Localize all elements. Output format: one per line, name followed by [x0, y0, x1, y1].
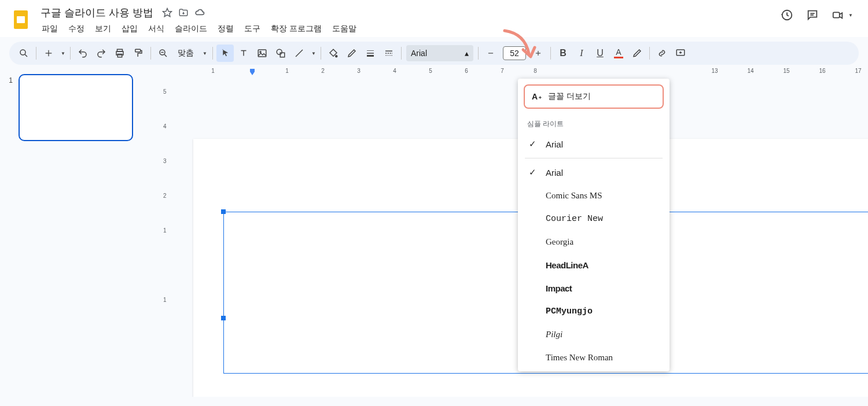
font-option-label: Pilgi: [546, 330, 562, 339]
menu-insert[interactable]: 삽입: [117, 21, 142, 36]
history-icon[interactable]: [780, 8, 794, 22]
select-tool-icon[interactable]: [216, 45, 234, 62]
border-color-icon[interactable]: [343, 45, 361, 62]
menu-file[interactable]: 파일: [37, 21, 62, 36]
menu-view[interactable]: 보기: [90, 21, 116, 36]
font-section-label: 심플 라이트: [518, 115, 670, 132]
line-icon[interactable]: [290, 45, 308, 62]
font-option-arial[interactable]: ✓Arial: [518, 161, 670, 184]
video-call-icon[interactable]: [831, 8, 845, 22]
menu-edit[interactable]: 수정: [64, 21, 89, 36]
resize-handle-top-left[interactable]: [221, 209, 226, 214]
main: 1 1 1 2 3 4 5 6 7 8 13 14 15 16 17 5: [0, 65, 868, 397]
menu-arrange[interactable]: 정렬: [213, 21, 238, 36]
font-option-pilgi[interactable]: Pilgi: [518, 323, 670, 346]
font-select[interactable]: Arial ▴: [406, 45, 473, 61]
slide-thumbnail-1[interactable]: 1: [6, 74, 150, 141]
shape-icon[interactable]: [272, 45, 289, 62]
slides-logo[interactable]: [9, 8, 32, 31]
menu-format[interactable]: 서식: [144, 21, 169, 36]
canvas-area[interactable]: 1 1 2 3 4 5 6 7 8 13 14 15 16 17 5 4 3 2…: [156, 65, 868, 397]
svg-rect-18: [258, 50, 266, 57]
cloud-status-icon[interactable]: [194, 7, 205, 19]
undo-icon[interactable]: [74, 45, 91, 62]
svg-line-22: [296, 50, 303, 57]
print-icon[interactable]: [111, 45, 128, 62]
zoom-out-icon[interactable]: [155, 45, 172, 62]
caret-down-icon[interactable]: ▼: [848, 13, 853, 18]
zoom-caret-icon[interactable]: ▼: [200, 45, 209, 62]
font-name-label: Arial: [411, 49, 427, 58]
font-option-georgia[interactable]: Georgia: [518, 230, 670, 253]
star-icon[interactable]: [161, 7, 173, 19]
line-caret-icon[interactable]: ▼: [309, 45, 317, 62]
svg-line-8: [25, 54, 27, 57]
font-recent-arial[interactable]: ✓ Arial: [518, 132, 670, 156]
font-option-label: PCMyungjo: [546, 307, 593, 316]
fill-color-icon[interactable]: [325, 45, 342, 62]
doc-title[interactable]: 구글 슬라이드 사용 방법: [37, 5, 157, 21]
bold-icon[interactable]: B: [554, 45, 572, 62]
vertical-ruler: 5 4 3 2 1 1: [163, 79, 174, 397]
header: 구글 슬라이드 사용 방법 파일 수정 보기 삽입 서식 슬라이드 정렬 도구 …: [0, 0, 868, 37]
toolbar: ▼ 맞춤 ▼ ▼ Arial ▴ 52 B I U A: [9, 42, 859, 65]
font-option-label: Courier New: [546, 214, 603, 224]
menu-slide[interactable]: 슬라이드: [170, 21, 212, 36]
menu-tools[interactable]: 도구: [240, 21, 265, 36]
svg-rect-14: [135, 49, 141, 52]
svg-rect-6: [833, 12, 840, 17]
resize-handle-middle-left[interactable]: [221, 316, 226, 320]
new-slide-caret-icon[interactable]: ▼: [58, 45, 67, 62]
slide-thumbnail-preview: [19, 74, 133, 141]
underline-icon[interactable]: U: [591, 45, 609, 62]
highlight-color-icon[interactable]: [628, 45, 646, 62]
new-slide-icon[interactable]: [40, 45, 57, 62]
svg-marker-2: [163, 9, 172, 17]
border-dash-icon[interactable]: [380, 45, 398, 62]
svg-point-23: [336, 56, 337, 57]
font-option-headlinea[interactable]: HeadLineA: [518, 253, 670, 276]
font-option-label: Georgia: [546, 237, 573, 247]
italic-icon[interactable]: I: [573, 45, 590, 62]
more-fonts-icon: A: [532, 92, 538, 101]
font-option-impact[interactable]: Impact: [518, 276, 670, 300]
svg-point-7: [20, 50, 25, 55]
menu-bar: 파일 수정 보기 삽입 서식 슬라이드 정렬 도구 확장 프로그램 도움말: [37, 21, 780, 37]
more-fonts-label: 글꼴 더보기: [548, 91, 591, 102]
paint-format-icon[interactable]: [130, 45, 147, 62]
menu-help[interactable]: 도움말: [328, 21, 361, 36]
font-option-times-new-roman[interactable]: Times New Roman: [518, 346, 670, 369]
font-option-label: Comic Sans MS: [546, 191, 602, 201]
more-fonts-button[interactable]: A 글꼴 더보기: [524, 84, 664, 109]
font-option-pcmyungjo[interactable]: PCMyungjo: [518, 300, 670, 323]
font-option-label: Times New Roman: [546, 353, 613, 363]
insert-link-icon[interactable]: [653, 45, 671, 62]
horizontal-ruler: 1 1 2 3 4 5 6 7 8 13 14 15 16 17: [174, 65, 868, 79]
zoom-select[interactable]: 맞춤: [173, 45, 198, 62]
text-color-icon[interactable]: A: [610, 45, 627, 62]
check-icon: ✓: [527, 167, 538, 178]
redo-icon[interactable]: [93, 45, 110, 62]
move-folder-icon[interactable]: [178, 7, 189, 19]
font-option-comic-sans-ms[interactable]: Comic Sans MS: [518, 184, 670, 207]
divider: [525, 158, 663, 158]
add-comment-icon[interactable]: [672, 45, 689, 62]
svg-rect-36: [250, 69, 255, 72]
text-box-icon[interactable]: [235, 45, 252, 62]
menu-extensions[interactable]: 확장 프로그램: [266, 21, 326, 36]
comment-icon[interactable]: [806, 8, 819, 22]
svg-line-16: [164, 54, 167, 57]
border-weight-icon[interactable]: [362, 45, 379, 62]
margin-marker-icon[interactable]: [248, 69, 256, 77]
chevron-up-icon: ▴: [465, 49, 469, 58]
title-area: 구글 슬라이드 사용 방법 파일 수정 보기 삽입 서식 슬라이드 정렬 도구 …: [37, 5, 780, 37]
font-dropdown: A 글꼴 더보기 심플 라이트 ✓ Arial ✓ArialComic Sans…: [518, 79, 670, 371]
font-size-decrease-icon[interactable]: [482, 45, 499, 62]
font-option-label: Arial: [546, 168, 563, 178]
image-icon[interactable]: [253, 45, 271, 62]
search-menus-icon[interactable]: [15, 45, 32, 62]
font-option-courier-new[interactable]: Courier New: [518, 207, 670, 230]
font-option-label: Impact: [546, 283, 572, 293]
annotation-arrow-icon: [499, 28, 539, 62]
svg-point-19: [260, 51, 261, 53]
